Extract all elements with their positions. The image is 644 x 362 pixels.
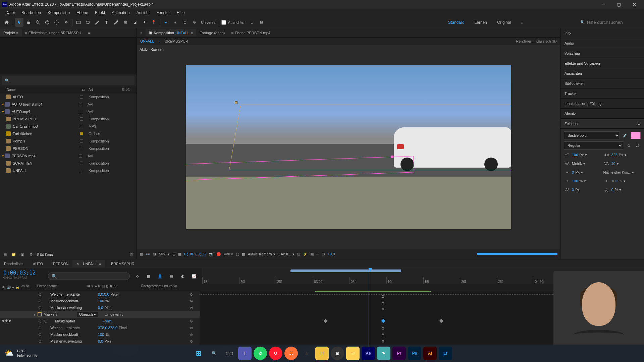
timeline-property-row[interactable]: ⏱Maskenausweitung0,0Pixel⊚: [0, 338, 200, 345]
tab-unfall[interactable]: ×UNFALL≡: [72, 260, 105, 267]
delete-button[interactable]: 🗑: [128, 251, 135, 257]
project-item[interactable]: ▾AUTO bremst.mp4AVI: [0, 101, 137, 108]
fill-over-select[interactable]: Fläche über Kon...: [603, 171, 631, 174]
brush-tool[interactable]: [112, 18, 120, 27]
timeline-property-row[interactable]: ⏱Maskenausweitung0,0Pixel⊚: [0, 304, 200, 311]
exposure-value[interactable]: +0,0: [328, 252, 335, 256]
keyframe-prev[interactable]: ◀: [1, 318, 4, 323]
col-name[interactable]: Name: [0, 88, 80, 92]
frame-blend[interactable]: ▤: [167, 272, 176, 281]
menu-komposition[interactable]: Komposition: [44, 9, 73, 16]
views-count[interactable]: 1 Ansi... ▾: [278, 252, 294, 256]
workspace-lernen[interactable]: Lernen: [475, 20, 487, 25]
kerning-value[interactable]: Metrik: [572, 162, 582, 166]
grid-toggle[interactable]: ▦: [178, 252, 181, 256]
eraser-tool[interactable]: ◢: [130, 18, 139, 27]
app-lightroom[interactable]: Lr: [439, 347, 452, 360]
keyframe-next[interactable]: ▶: [9, 318, 11, 323]
weather-widget[interactable]: ⛅ 12°CTeilw. sonnig: [0, 349, 42, 358]
viewer-timecode[interactable]: 0;00;03;12: [184, 252, 206, 256]
crumb-bremsspur[interactable]: BREMSSPUR: [165, 39, 188, 43]
zoom-tool[interactable]: [34, 18, 42, 27]
orbit-tool[interactable]: [43, 18, 52, 27]
tab-composition[interactable]: ▣Komposition UNFALL ≡: [146, 29, 196, 37]
col-type[interactable]: Art: [87, 88, 121, 92]
vscale-value[interactable]: 100: [572, 179, 578, 183]
tab-effect-controls[interactable]: Effekteinstellungen BREMSSPU: [22, 29, 85, 37]
flowchart-btn[interactable]: ⊹: [316, 252, 319, 256]
project-item[interactable]: UNFALLKomposition: [0, 167, 137, 174]
tsume-value[interactable]: 0: [611, 188, 613, 192]
maximize-button[interactable]: ▢: [611, 0, 627, 9]
col-parent[interactable]: Übergeordnet und verkn.: [141, 284, 200, 291]
work-area-bar[interactable]: [290, 269, 401, 272]
world-axis[interactable]: +: [171, 18, 180, 27]
mask-toggle[interactable]: ◑: [153, 252, 156, 256]
project-list[interactable]: AUTOKomposition▾AUTO bremst.mp4AVI▾AUTO.…: [0, 93, 137, 250]
leading-value[interactable]: 325: [611, 153, 618, 157]
project-item[interactable]: AUTOKomposition: [0, 93, 137, 101]
menu-animation[interactable]: Animation: [108, 9, 133, 16]
minimize-button[interactable]: ─: [596, 0, 611, 9]
view-axis[interactable]: ◻: [180, 18, 189, 27]
app-unknown2[interactable]: ▢: [315, 347, 329, 360]
menu-fenster[interactable]: Fenster: [153, 9, 173, 16]
rect-tool[interactable]: [74, 18, 83, 27]
app-after-effects[interactable]: Ae: [362, 347, 375, 360]
snap-grid[interactable]: ⊡: [257, 18, 266, 27]
timeline-search[interactable]: [48, 273, 130, 280]
panel-info[interactable]: Info: [560, 28, 644, 38]
reset-exposure[interactable]: ↻: [322, 252, 325, 256]
renderer-select[interactable]: Klassisch 3D: [535, 39, 557, 43]
tab-footage[interactable]: Footage (ohne): [196, 29, 228, 37]
interpret-footage[interactable]: ▦: [2, 251, 8, 257]
close-button[interactable]: ✕: [627, 0, 642, 9]
puppet-tool[interactable]: 📍: [149, 18, 158, 27]
font-size-value[interactable]: 100: [572, 153, 578, 157]
app-whatsapp[interactable]: ✆: [254, 347, 267, 360]
tab-renderliste[interactable]: Renderliste: [0, 260, 27, 267]
menu-hilfe[interactable]: Hilfe: [173, 9, 188, 16]
app-premiere[interactable]: Pr: [392, 347, 406, 360]
tab-bremsspur[interactable]: BREMSSPUR: [105, 260, 139, 267]
selection-tool[interactable]: [15, 18, 23, 27]
project-item[interactable]: PERSONKomposition: [0, 145, 137, 152]
transparency-toggle[interactable]: ▦: [242, 252, 245, 256]
tab-overflow[interactable]: »: [85, 29, 93, 37]
text-tool[interactable]: T: [102, 18, 111, 27]
panel-character[interactable]: Zeichen≡: [560, 119, 644, 129]
font-style-select[interactable]: Regular: [564, 141, 623, 149]
swap-colors-icon[interactable]: ⇄: [634, 142, 641, 149]
shy-toggle[interactable]: 👤: [156, 272, 164, 281]
tracking-value[interactable]: 10: [611, 162, 615, 166]
zoom-select[interactable]: 50% ▾: [159, 252, 170, 256]
timeline-btn[interactable]: ▤: [310, 252, 314, 256]
align-checkbox[interactable]: [221, 20, 226, 25]
roto-tool[interactable]: ✦: [140, 18, 149, 27]
rotation-tool[interactable]: [52, 18, 61, 27]
panel-vorschau[interactable]: Vorschau: [560, 48, 644, 58]
project-item[interactable]: SCHATTENKomposition: [0, 160, 137, 167]
pixel-aspect[interactable]: ⊡: [297, 252, 300, 256]
panel-audio[interactable]: Audio: [560, 38, 644, 48]
col-ebenenname[interactable]: Ebenenname: [37, 284, 87, 291]
snap-edge[interactable]: ⟀: [248, 18, 257, 27]
motion-blur[interactable]: ◐: [178, 272, 187, 281]
workspace-original[interactable]: Original: [497, 20, 511, 25]
menu-bearbeiten[interactable]: Bearbeiten: [18, 9, 44, 16]
comp-viewer[interactable]: Aktive Kamera: [137, 45, 560, 249]
draft-3d[interactable]: ▦: [144, 272, 153, 281]
anchor-tool[interactable]: ✥: [62, 18, 70, 27]
app-teams[interactable]: T: [238, 347, 252, 360]
eyedropper-icon[interactable]: 💉: [622, 132, 629, 139]
timeline-layer-list[interactable]: ◀ ◆ ▶ ⏱Weiche ...enkante0,0,0,0Pixel⊚⏱Ma…: [0, 291, 200, 347]
workspace-more[interactable]: »: [521, 20, 523, 25]
fullres-toggle[interactable]: ⊞: [172, 252, 175, 256]
app-illustrator[interactable]: Ai: [423, 347, 437, 360]
menu-effekt[interactable]: Effekt: [92, 9, 108, 16]
help-search-input[interactable]: [587, 20, 641, 25]
timeline-property-row[interactable]: ⏱Maskendeckkraft100%⊚: [0, 298, 200, 304]
comp-mini-flowchart[interactable]: ⊹: [133, 272, 142, 281]
project-search-input[interactable]: [11, 78, 132, 83]
app-unknown1[interactable]: ♟: [300, 347, 313, 360]
